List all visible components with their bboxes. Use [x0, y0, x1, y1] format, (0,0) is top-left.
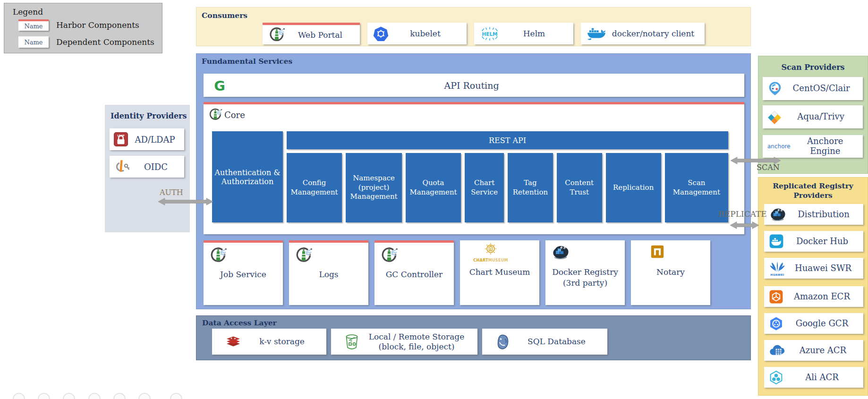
consumer-label: kubelet	[389, 29, 462, 38]
clair-icon	[767, 81, 783, 96]
consumers-row: Web Portal kubelet Helm docker/notary cl…	[263, 23, 705, 44]
kubernetes-icon	[373, 26, 389, 42]
registry-label: Ali ACR	[783, 373, 860, 382]
legend-row-harbor: Name Harbor Components	[18, 19, 139, 31]
module-quota-management: Quota Management	[406, 153, 461, 222]
ali-acr-icon	[769, 370, 783, 385]
cut-off-circle	[113, 393, 126, 399]
registry-label: Distribution	[787, 210, 860, 220]
auth-arrow-label: AUTH	[160, 188, 183, 197]
scan-anchore-engine: anchore Anchore Engine	[763, 135, 863, 158]
service-logs: Logs	[289, 240, 368, 305]
registry-label: Amazon ECR	[783, 292, 860, 302]
scan-providers-panel: Scan Providers CentOS/Clair Aqua/Trivy a…	[758, 56, 868, 174]
huawei-icon: HUAWEI	[769, 261, 786, 276]
consumer-kubelet: kubelet	[367, 23, 467, 44]
registry-distribution: Distribution	[764, 204, 863, 225]
core-label: Core	[224, 110, 245, 120]
registry-label: Azure ACR	[785, 346, 860, 356]
cut-off-circle	[38, 393, 50, 399]
registry-docker-hub: Docker Hub	[764, 231, 863, 252]
harbor-icon	[380, 246, 398, 264]
data-label: Local / Remote Storage (block, file, obj…	[359, 332, 474, 351]
service-chart-museum: CHARTMUSEUM Chart Museum	[460, 240, 539, 305]
data-sql-database: SQL Database	[482, 329, 607, 355]
service-label: Logs	[289, 269, 368, 280]
service-label: Notary	[631, 267, 710, 278]
legend-row-dependent: Name Dependent Components	[18, 36, 154, 48]
scan-centos-clair: CentOS/Clair	[763, 77, 863, 100]
core-header: Core	[208, 108, 245, 122]
identity-providers-title: Identity Providers	[111, 111, 187, 120]
api-routing-label: API Routing	[227, 80, 716, 91]
data-label: k-v storage	[241, 337, 323, 346]
consumer-web-portal: Web Portal	[263, 23, 360, 44]
harbor-icon	[208, 108, 222, 122]
redis-icon	[225, 335, 241, 349]
helm-icon	[480, 26, 500, 42]
scan-arrow-label: SCAN	[757, 163, 780, 172]
docker-whale-icon	[587, 26, 606, 41]
cut-off-circle	[88, 393, 101, 399]
service-label-line2: (3rd party)	[545, 278, 625, 289]
module-content-trust: Content Trust	[557, 153, 602, 222]
legend-chip-harbor: Name	[18, 19, 49, 31]
legend-panel: Legend Name Harbor Components Name Depen…	[4, 3, 162, 53]
replicated-registry-providers-title: Replicated Registry Providers	[758, 181, 868, 200]
service-docker-registry: Docker Registry (3rd party)	[545, 240, 625, 305]
legend-title: Legend	[13, 7, 43, 17]
core-box: Core Authentication & Authorization REST…	[204, 102, 744, 234]
registry-label: Google GCR	[783, 319, 860, 329]
module-chart-service: Chart Service	[465, 153, 504, 222]
legend-chip-sample: Name	[24, 39, 43, 46]
replicate-arrow-label: REPLICATE	[718, 209, 767, 219]
consumer-label: Web Portal	[285, 30, 355, 40]
fundamental-services-title: Fundamental Services	[202, 57, 292, 66]
rest-api-bar: REST API	[287, 131, 728, 149]
service-notary: Notary	[631, 240, 710, 305]
consumer-label: Helm	[500, 29, 569, 38]
anchore-wordmark-icon: anchore	[767, 143, 791, 150]
identity-ad-ldap: AD/LDAP	[110, 128, 184, 150]
api-routing-box: API Routing	[204, 74, 744, 97]
scan-providers-title: Scan Providers	[758, 63, 868, 72]
service-gc-controller: GC Controller	[374, 240, 454, 305]
module-tag-retention: Tag Retention	[508, 153, 553, 222]
fundamental-services-panel: Fundamental Services API Routing Core Au…	[196, 53, 751, 309]
service-label: Job Service	[204, 269, 283, 280]
legend-chip-dependent: Name	[18, 36, 49, 48]
google-gcr-icon	[769, 316, 783, 331]
module-namespace-management: Namespace (project) Management	[346, 153, 402, 222]
data-access-layer-panel: Data Access Layer k-v storage Local / Re…	[196, 315, 751, 360]
ldap-lock-icon	[113, 132, 128, 147]
services-row: Job Service Logs GC Controller CHARTMUSE…	[204, 240, 710, 305]
huawei-wordmark: HUAWEI	[769, 273, 786, 276]
data-local-remote-storage: Local / Remote Storage (block, file, obj…	[331, 329, 477, 355]
data-label-line2: (block, file, object)	[359, 342, 474, 351]
notary-icon	[650, 244, 665, 259]
consumer-docker-notary-client: docker/notary client	[581, 23, 705, 44]
service-job-service: Job Service	[204, 240, 283, 305]
storage-bucket-icon	[344, 334, 359, 350]
registry-huawei-swr: HUAWEI Huawei SWR	[764, 258, 863, 279]
registry-azure-acr: Azure ACR	[764, 340, 863, 361]
registry-label: Huawei SWR	[786, 263, 860, 273]
cut-off-circle	[170, 393, 182, 399]
data-label-line1: Local / Remote Storage	[359, 332, 474, 341]
harbor-architecture-diagram: Legend Name Harbor Components Name Depen…	[0, 0, 868, 399]
legend-label: Dependent Components	[56, 37, 154, 47]
chartmuseum-wordmark-strong: CHART	[473, 258, 488, 263]
replicated-registry-providers-panel: Replicated Registry Providers Distributi…	[758, 177, 868, 396]
scan-label: Anchore Engine	[791, 136, 860, 156]
scan-aqua-trivy: Aqua/Trivy	[763, 105, 863, 128]
legend-label: Harbor Components	[56, 20, 139, 30]
consumers-panel: Consumers Web Portal kubelet Helm docker…	[196, 7, 751, 46]
service-label-line1: Docker Registry	[545, 267, 625, 278]
openid-icon	[113, 159, 130, 174]
module-replication: Replication	[606, 153, 661, 222]
chartmuseum-icon: CHARTMUSEUM	[465, 242, 517, 263]
scan-label: CentOS/Clair	[783, 84, 860, 93]
trivy-icon	[767, 110, 782, 124]
consumer-label: docker/notary client	[606, 29, 700, 38]
identity-label: AD/LDAP	[128, 135, 181, 144]
